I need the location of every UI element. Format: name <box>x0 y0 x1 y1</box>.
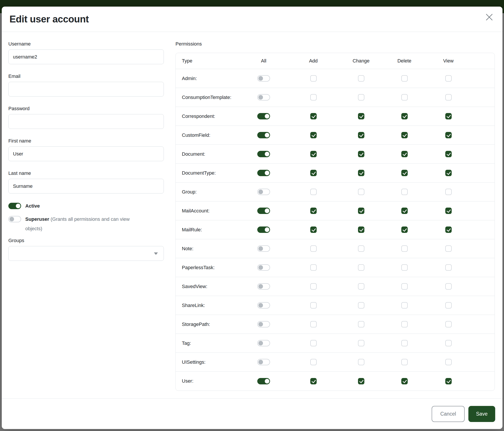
permission-view-checkbox[interactable] <box>445 245 452 252</box>
permission-change-checkbox[interactable] <box>358 245 364 252</box>
permission-row: Note: <box>176 239 495 258</box>
permission-delete-checkbox[interactable] <box>401 359 408 365</box>
permission-view-checkbox[interactable] <box>445 264 452 271</box>
groups-select[interactable] <box>8 246 164 261</box>
permission-change-checkbox[interactable] <box>358 75 364 81</box>
permission-add-checkbox[interactable] <box>310 226 317 233</box>
permission-add-checkbox[interactable] <box>310 94 317 100</box>
first-name-field[interactable] <box>8 146 164 161</box>
close-button[interactable] <box>484 11 495 23</box>
permission-add-checkbox[interactable] <box>310 151 317 157</box>
permission-all-toggle[interactable] <box>257 226 270 233</box>
permission-all-toggle[interactable] <box>257 207 270 214</box>
permission-all-toggle[interactable] <box>257 75 270 81</box>
permission-add-checkbox[interactable] <box>310 132 317 138</box>
permission-view-checkbox[interactable] <box>445 302 452 308</box>
permission-change-checkbox[interactable] <box>358 340 364 346</box>
permission-delete-checkbox[interactable] <box>401 321 408 327</box>
permission-all-toggle[interactable] <box>257 321 270 327</box>
permission-view-checkbox[interactable] <box>445 94 452 100</box>
permission-view-checkbox[interactable] <box>445 340 452 346</box>
permission-delete-checkbox[interactable] <box>401 113 408 119</box>
permission-delete-checkbox[interactable] <box>401 245 408 252</box>
permission-delete-checkbox[interactable] <box>401 132 408 138</box>
permission-delete-checkbox[interactable] <box>401 170 408 176</box>
permission-all-toggle[interactable] <box>257 113 270 119</box>
permission-add-checkbox[interactable] <box>310 264 317 271</box>
permission-view-checkbox[interactable] <box>445 283 452 290</box>
permission-change-checkbox[interactable] <box>358 359 364 365</box>
permission-delete-checkbox[interactable] <box>401 302 408 308</box>
permission-delete-checkbox[interactable] <box>401 340 408 346</box>
permission-view-checkbox[interactable] <box>445 207 452 214</box>
permission-view-checkbox[interactable] <box>445 151 452 157</box>
permission-delete-checkbox[interactable] <box>401 151 408 157</box>
permission-view-checkbox[interactable] <box>445 132 452 138</box>
permission-add-checkbox[interactable] <box>310 340 317 346</box>
permission-all-toggle[interactable] <box>257 132 270 138</box>
permission-delete-checkbox[interactable] <box>401 283 408 290</box>
permission-add-checkbox[interactable] <box>310 302 317 308</box>
cancel-button[interactable]: Cancel <box>432 406 465 422</box>
permission-row: Correspondent: <box>176 107 495 126</box>
save-button[interactable]: Save <box>468 406 495 422</box>
permission-change-checkbox[interactable] <box>358 113 364 119</box>
permission-add-checkbox[interactable] <box>310 207 317 214</box>
permission-change-checkbox[interactable] <box>358 302 364 308</box>
permission-all-toggle[interactable] <box>257 283 270 290</box>
permission-all-toggle[interactable] <box>257 340 270 346</box>
permission-change-checkbox[interactable] <box>358 283 364 290</box>
permission-add-checkbox[interactable] <box>310 321 317 327</box>
permission-view-checkbox[interactable] <box>445 170 452 176</box>
last-name-field[interactable] <box>8 179 164 194</box>
permission-delete-checkbox[interactable] <box>401 226 408 233</box>
permission-delete-checkbox[interactable] <box>401 264 408 271</box>
permission-change-checkbox[interactable] <box>358 189 364 195</box>
permission-all-toggle[interactable] <box>257 189 270 195</box>
permission-all-toggle[interactable] <box>257 94 270 100</box>
permission-change-checkbox[interactable] <box>358 207 364 214</box>
permission-add-checkbox[interactable] <box>310 189 317 195</box>
username-input[interactable] <box>8 49 164 64</box>
permission-view-checkbox[interactable] <box>445 321 452 327</box>
permission-change-checkbox[interactable] <box>358 378 364 384</box>
permission-view-checkbox[interactable] <box>445 359 452 365</box>
permission-all-toggle[interactable] <box>257 245 270 252</box>
permission-add-checkbox[interactable] <box>310 359 317 365</box>
permission-change-checkbox[interactable] <box>358 264 364 271</box>
permission-add-checkbox[interactable] <box>310 75 317 81</box>
permission-view-checkbox[interactable] <box>445 189 452 195</box>
permission-all-toggle[interactable] <box>257 170 270 176</box>
permission-change-checkbox[interactable] <box>358 132 364 138</box>
permission-change-checkbox[interactable] <box>358 94 364 100</box>
permission-all-toggle[interactable] <box>257 378 270 384</box>
permission-delete-checkbox[interactable] <box>401 207 408 214</box>
permission-change-checkbox[interactable] <box>358 170 364 176</box>
permission-add-checkbox[interactable] <box>310 378 317 384</box>
permission-all-toggle[interactable] <box>257 302 270 308</box>
permission-add-checkbox[interactable] <box>310 113 317 119</box>
permission-view-checkbox[interactable] <box>445 378 452 384</box>
permission-all-toggle[interactable] <box>257 264 270 271</box>
permission-delete-checkbox[interactable] <box>401 189 408 195</box>
permission-add-checkbox[interactable] <box>310 283 317 290</box>
superuser-text: Superuser (Grants all permissions and ca… <box>25 214 147 233</box>
permission-delete-checkbox[interactable] <box>401 378 408 384</box>
email-field[interactable] <box>8 82 164 97</box>
permission-change-checkbox[interactable] <box>358 151 364 157</box>
password-field[interactable] <box>8 114 164 129</box>
permission-delete-checkbox[interactable] <box>401 94 408 100</box>
permission-all-toggle[interactable] <box>257 151 270 157</box>
permission-change-checkbox[interactable] <box>358 226 364 233</box>
active-toggle[interactable] <box>8 203 21 209</box>
permission-delete-checkbox[interactable] <box>401 75 408 81</box>
permission-row: Group: <box>176 182 495 201</box>
superuser-toggle[interactable] <box>8 216 21 222</box>
permission-change-checkbox[interactable] <box>358 321 364 327</box>
permission-all-toggle[interactable] <box>257 359 270 365</box>
permission-view-checkbox[interactable] <box>445 226 452 233</box>
permission-add-checkbox[interactable] <box>310 170 317 176</box>
permission-add-checkbox[interactable] <box>310 245 317 252</box>
permission-view-checkbox[interactable] <box>445 113 452 119</box>
permission-view-checkbox[interactable] <box>445 75 452 81</box>
